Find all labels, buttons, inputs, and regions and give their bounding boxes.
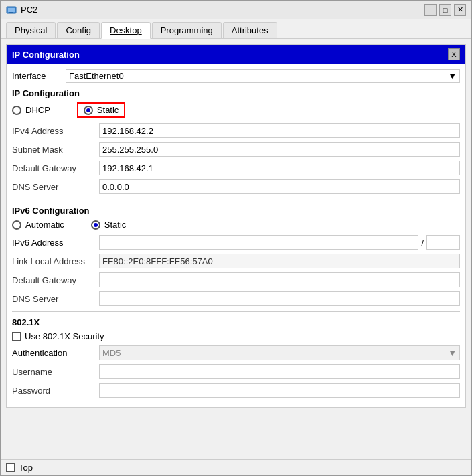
app-icon — [6, 5, 17, 15]
default-gateway-input[interactable] — [99, 161, 460, 175]
tab-desktop[interactable]: Desktop — [101, 22, 151, 39]
content-area: IP Configuration X Interface FastEtherne… — [1, 39, 471, 459]
ipv6-section-title: IPv6 Configuration — [12, 206, 460, 216]
automatic-radio[interactable] — [12, 220, 21, 230]
username-label: Username — [12, 367, 99, 377]
svg-rect-2 — [9, 12, 13, 13]
ipv6-prefix-input[interactable] — [426, 235, 460, 250]
password-row: Password — [12, 383, 460, 398]
ipv4-address-label: IPv4 Address — [12, 126, 99, 136]
ipv4-radio-row: DHCP Static — [12, 102, 460, 118]
subnet-mask-input[interactable] — [99, 142, 460, 157]
dns-server-input[interactable] — [99, 179, 460, 194]
tab-attributes[interactable]: Attributes — [223, 22, 277, 38]
interface-dropdown-icon: ▼ — [448, 71, 457, 81]
interface-label: Interface — [12, 71, 66, 81]
title-bar: PC2 — □ ✕ — [1, 1, 471, 19]
tab-programming[interactable]: Programming — [152, 22, 222, 38]
ipv6-gateway-input[interactable] — [99, 272, 460, 287]
dns-server-row: DNS Server — [12, 179, 460, 194]
bottom-bar: Top — [1, 459, 471, 475]
username-input[interactable] — [99, 364, 460, 379]
ipv4-address-row: IPv4 Address — [12, 123, 460, 138]
subnet-mask-row: Subnet Mask — [12, 142, 460, 157]
title-controls: — □ ✕ — [424, 4, 466, 16]
title-bar-left: PC2 — [6, 5, 37, 15]
dhcp-option[interactable]: DHCP — [12, 105, 50, 115]
static-radio[interactable] — [84, 106, 93, 115]
link-local-row: Link Local Address — [12, 254, 460, 268]
tab-bar: Physical Config Desktop Programming Attr… — [1, 19, 471, 39]
interface-value: FastEthernet0 — [69, 71, 124, 81]
link-local-label: Link Local Address — [12, 256, 99, 266]
use-802-label: Use 802.1X Security — [25, 331, 104, 341]
top-label: Top — [19, 463, 33, 473]
interface-select[interactable]: FastEthernet0 ▼ — [66, 69, 460, 83]
static-option[interactable]: Static — [77, 102, 126, 118]
dhcp-label: DHCP — [25, 105, 50, 115]
ip-config-panel: IP Configuration X Interface FastEtherne… — [6, 44, 466, 408]
default-gateway-row: Default Gateway — [12, 161, 460, 175]
window-title: PC2 — [21, 5, 37, 15]
top-checkbox-row: Top — [6, 463, 33, 473]
password-input[interactable] — [99, 383, 460, 398]
ipv6-address-input[interactable] — [99, 235, 418, 250]
divider-1 — [12, 200, 460, 200]
ip-config-header: IP Configuration X — [7, 45, 465, 64]
ipv4-section-title: IP Configuration — [12, 88, 460, 98]
use-802-checkbox[interactable] — [12, 332, 21, 341]
ipv6-dns-row: DNS Server — [12, 291, 460, 306]
divider-2 — [12, 311, 460, 312]
interface-row: Interface FastEthernet0 ▼ — [12, 69, 460, 83]
link-local-input[interactable] — [99, 254, 460, 268]
dhcp-radio[interactable] — [12, 106, 21, 115]
ipv6-address-label: IPv6 Address — [12, 238, 99, 248]
username-row: Username — [12, 364, 460, 379]
ipv6-gateway-row: Default Gateway — [12, 272, 460, 287]
ipv6-dns-input[interactable] — [99, 291, 460, 306]
main-window: PC2 — □ ✕ Physical Config Desktop Progra… — [0, 0, 472, 476]
ip-config-close-button[interactable]: X — [448, 48, 460, 60]
ipv6-static-label: Static — [104, 220, 127, 230]
ipv6-dns-label: DNS Server — [12, 294, 99, 304]
tab-physical[interactable]: Physical — [6, 22, 56, 38]
ip-config-title: IP Configuration — [12, 50, 80, 60]
tab-config[interactable]: Config — [57, 22, 100, 38]
auth-value: MD5 — [102, 348, 121, 358]
minimize-button[interactable]: — — [424, 4, 437, 16]
panel-body: Interface FastEthernet0 ▼ IP Configurati… — [7, 64, 465, 407]
password-label: Password — [12, 386, 99, 396]
close-window-button[interactable]: ✕ — [454, 4, 466, 16]
ipv4-address-input[interactable] — [99, 123, 460, 138]
top-checkbox[interactable] — [6, 463, 15, 472]
ipv6-static-option[interactable]: Static — [91, 220, 127, 230]
auth-select[interactable]: MD5 ▼ — [99, 345, 460, 360]
automatic-option[interactable]: Automatic — [12, 220, 64, 230]
ipv6-static-radio[interactable] — [91, 220, 100, 230]
dot1x-section-title: 802.1X — [12, 317, 460, 327]
ipv6-slash: / — [421, 238, 424, 248]
automatic-label: Automatic — [25, 220, 64, 230]
ipv6-address-row: IPv6 Address / — [12, 235, 460, 250]
default-gateway-label: Default Gateway — [12, 163, 99, 173]
auth-dropdown-icon: ▼ — [448, 348, 457, 358]
static-label: Static — [97, 105, 119, 115]
maximize-button[interactable]: □ — [439, 4, 451, 16]
ipv6-gateway-label: Default Gateway — [12, 275, 99, 285]
auth-label: Authentication — [12, 348, 99, 358]
svg-rect-1 — [8, 8, 15, 12]
ipv6-radio-row: Automatic Static — [12, 220, 460, 230]
use-802-row: Use 802.1X Security — [12, 331, 460, 341]
auth-row: Authentication MD5 ▼ — [12, 345, 460, 360]
subnet-mask-label: Subnet Mask — [12, 145, 99, 155]
dns-server-label: DNS Server — [12, 182, 99, 192]
